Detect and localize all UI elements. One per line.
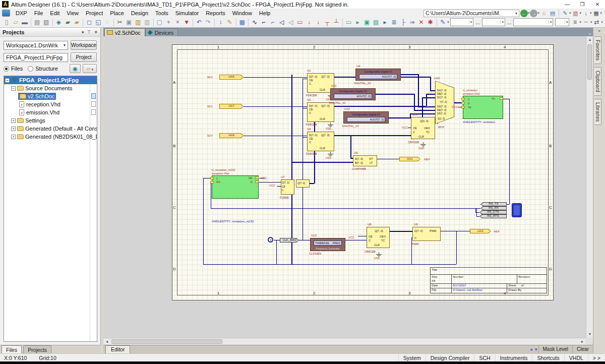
expander-icon[interactable]: + [11, 118, 16, 123]
panel-close-icon[interactable]: ✕ [94, 30, 98, 35]
browse-library-icon[interactable]: ▦ [237, 18, 247, 27]
wire[interactable] [390, 231, 412, 232]
wire[interactable] [203, 178, 204, 264]
cross-probe-icon[interactable]: ↕ [216, 18, 225, 27]
project-sphere-button[interactable]: ◉ [70, 64, 81, 73]
menu-view[interactable]: View [63, 10, 82, 17]
workspace-button[interactable]: Workspace [71, 40, 97, 50]
project-button[interactable]: Project [71, 52, 97, 62]
wire[interactable] [422, 97, 436, 98]
status-shortcuts[interactable]: Shortcuts [532, 354, 564, 362]
wire[interactable] [414, 110, 436, 111]
tree-row-generated-nb2dsk[interactable]: + Generated (NB2DSK01_08_DB30_ [4, 133, 97, 141]
tab-projects[interactable]: Projects [23, 345, 51, 353]
mask-mode-icon[interactable]: ▸ [529, 347, 534, 352]
zoom-area-icon[interactable]: ◻ [85, 18, 94, 27]
scroll-up-icon[interactable]: ▲ [586, 36, 593, 43]
drag-icon[interactable]: × [173, 18, 182, 27]
scroll-down-icon[interactable]: ▼ [586, 331, 593, 338]
horizontal-scrollbar[interactable]: ◄ ► [103, 338, 586, 345]
place-no-erc-icon[interactable]: ✕ [417, 18, 426, 27]
wire[interactable] [426, 94, 436, 95]
place-gnd-icon[interactable]: ┴ [332, 18, 341, 27]
mask-level-button[interactable]: Mask Level [538, 345, 573, 353]
ellipsis-button[interactable]: ... [507, 20, 511, 25]
tab-v2-schdoc[interactable]: v2.SchDoc [104, 28, 145, 36]
port-ha5[interactable]: HA5 [219, 75, 244, 80]
tree-row-emission-vhd[interactable]: v emission.Vhd [4, 108, 97, 116]
back-icon[interactable]: ← [520, 10, 528, 17]
place-net-label-icon[interactable]: ▭ [295, 18, 305, 27]
place-sheet-symbol-icon[interactable]: ▭ [344, 18, 353, 27]
tab-overflow-icon[interactable]: » [589, 32, 593, 36]
place-part-icon[interactable]: ◁ [277, 18, 286, 27]
wire[interactable] [302, 79, 307, 79]
tab-clipboard[interactable]: Clipboard [594, 67, 601, 96]
move-icon[interactable]: + [164, 18, 173, 27]
expander-icon[interactable]: − [11, 86, 16, 91]
menu-place[interactable]: Place [106, 10, 128, 17]
place-harness-icon[interactable]: ≣ [390, 18, 399, 27]
place-signal-harness-icon[interactable]: ⇒ [408, 18, 417, 27]
wire[interactable] [334, 135, 422, 136]
wire[interactable] [418, 106, 436, 107]
line-style-icon[interactable]: ┄ [581, 18, 590, 27]
wire[interactable] [458, 107, 461, 107]
wire[interactable] [509, 99, 510, 204]
open-project-button[interactable]: ▱ ▾ [83, 64, 97, 73]
tree-row-project[interactable]: − FPGA_Project1.PrjFpg [4, 76, 97, 84]
menu-design[interactable]: Design [128, 10, 152, 17]
expander-icon[interactable]: + [11, 135, 16, 139]
component-u11[interactable]: Configurable Digital IOAOUT[7..0] [330, 88, 376, 100]
wire[interactable] [291, 162, 353, 163]
gnd-power[interactable]: GND [419, 142, 428, 150]
menu-help[interactable]: Help [256, 10, 274, 17]
expander-icon[interactable]: + [11, 127, 16, 131]
schematic-canvas[interactable]: 12341234ABCDABCDHA592VHA792VHA892VU1D[7.… [103, 36, 586, 338]
wire[interactable] [350, 135, 351, 158]
wire[interactable] [414, 94, 415, 110]
component-view-icon[interactable]: ▰ [63, 18, 72, 27]
toolbar-combo[interactable]: ▾ [482, 18, 505, 26]
open-document-icon[interactable]: ▱ [11, 18, 20, 27]
tab-favorites[interactable]: Favorites [594, 36, 601, 64]
copy-icon[interactable]: ▣ [125, 18, 134, 27]
tree-row-generated-default[interactable]: + Generated (Default - All Constrai [4, 125, 97, 133]
status--[interactable]: > > [588, 354, 605, 362]
place-c-code-icon[interactable]: ▤ [372, 18, 381, 27]
place-sheet-entry-icon[interactable]: ▸ [353, 18, 362, 27]
place-port-icon[interactable]: ↓ [314, 18, 323, 27]
gnd-power[interactable]: GND [327, 123, 335, 131]
component-u12[interactable]: Configurable Digital IOAOUT[7..0] [343, 111, 389, 124]
place-bus-entry-icon[interactable]: ⌐ [268, 18, 277, 27]
menu-edit[interactable]: Edit [46, 10, 63, 17]
wire[interactable] [475, 208, 476, 212]
menu-project[interactable]: Project [82, 10, 106, 17]
wire[interactable] [334, 106, 426, 107]
wire[interactable] [276, 240, 277, 264]
place-harness-entry-icon[interactable]: ├ [399, 18, 408, 27]
wire[interactable] [310, 183, 314, 184]
clear-button[interactable]: Clear [572, 345, 593, 353]
zoom-fit-icon[interactable]: ◱ [94, 18, 103, 27]
menu-tools[interactable]: Tools [152, 10, 172, 17]
wire[interactable] [476, 216, 479, 217]
connector-db9[interactable] [512, 203, 522, 217]
wire[interactable] [358, 236, 367, 236]
status-vhdl[interactable]: VHDL [564, 354, 588, 362]
place-device-sheet-icon[interactable]: ▣ [362, 18, 372, 27]
status-instruments[interactable]: Instruments [495, 354, 532, 362]
spacing-icon[interactable]: ⇄ [592, 18, 601, 27]
path-combo[interactable]: C:\Users\Altium-2\Documents\IM. ▾ [424, 10, 519, 17]
toolbar-combo[interactable]: ▾ [555, 18, 569, 26]
menu-dxp[interactable]: DXP [12, 10, 31, 17]
dxp-icon[interactable] [2, 10, 10, 17]
menu-file[interactable]: File [31, 10, 47, 17]
wire[interactable] [401, 74, 418, 75]
port-rs-rx[interactable]: RS_RX [480, 206, 507, 210]
wire[interactable] [411, 237, 412, 264]
component-u4[interactable]: Configurable Digital IOAOUT[7..0] [355, 69, 401, 81]
wire[interactable] [302, 108, 307, 108]
wire[interactable] [389, 117, 411, 118]
gnd-power[interactable]: GND [375, 252, 383, 260]
